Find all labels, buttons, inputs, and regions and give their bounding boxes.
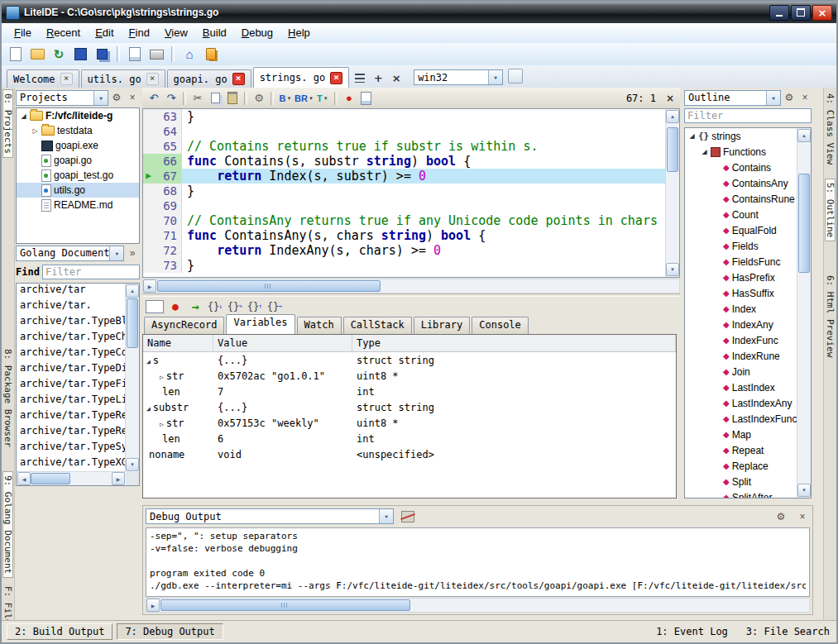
doc-list-item[interactable]: archive/tar.TypeBlock <box>17 315 126 331</box>
column-header-value[interactable]: Value <box>213 335 352 351</box>
gear-icon[interactable]: ⚙ <box>773 509 788 524</box>
build-button[interactable]: B▼ <box>277 90 294 107</box>
outline-combo[interactable]: Outline ▼ <box>684 90 781 106</box>
tab-close-icon[interactable]: × <box>60 73 73 85</box>
tree-item-lastindexany[interactable]: ◆LastIndexAny <box>685 395 797 411</box>
scroll-up-icon[interactable]: ▲ <box>797 129 811 142</box>
copy-icon[interactable] <box>207 90 223 107</box>
cut-icon[interactable]: ✂ <box>189 90 206 107</box>
tree-item-splitafter[interactable]: ◆SplitAfter <box>685 489 797 498</box>
tab-strings-go[interactable]: strings. go× <box>253 67 349 88</box>
debug-tab-callstack[interactable]: CallStack <box>343 317 412 334</box>
step-into-icon[interactable]: {}↓ <box>207 298 223 315</box>
expander-icon[interactable]: ◢ <box>688 132 696 140</box>
variable-row[interactable]: nonamevoid<unspecified> <box>143 446 676 462</box>
gear-icon[interactable]: ⚙ <box>109 90 124 105</box>
step-over-icon[interactable]: {}↷ <box>227 298 243 315</box>
undo-icon[interactable]: ↶ <box>146 90 162 107</box>
close-panel-icon[interactable]: × <box>795 509 810 524</box>
tree-item-fields[interactable]: ◆Fields <box>685 238 797 254</box>
tree-item-indexany[interactable]: ◆IndexAny <box>685 317 797 332</box>
doc-list-item[interactable]: archive/tar.TypeFifo <box>17 378 126 394</box>
tree-item-lastindex[interactable]: ◆LastIndex <box>685 379 797 395</box>
menu-item-build[interactable]: Build <box>195 23 234 43</box>
new-file-icon[interactable] <box>6 45 26 64</box>
projects-combo[interactable]: Projects ▼ <box>16 90 108 106</box>
save-icon[interactable] <box>70 45 90 64</box>
outline-vscrollbar[interactable]: ▲ ▼ <box>797 128 811 498</box>
debug-tab-asyncrecord[interactable]: AsyncRecord <box>144 317 224 334</box>
scroll-up-icon[interactable]: ▲ <box>666 110 679 123</box>
code-line-64[interactable]: 64 <box>143 124 666 139</box>
tree-item-goapi-test-go[interactable]: goapi_test.go <box>17 168 139 183</box>
tree-item-equalfold[interactable]: ◆EqualFold <box>685 222 797 238</box>
tree-item-indexrune[interactable]: ◆IndexRune <box>685 348 797 364</box>
scrollbar-thumb[interactable] <box>157 280 381 292</box>
doc-list-vscrollbar[interactable]: ▲ ▼ <box>125 284 139 472</box>
gutter-cell[interactable]: 73 <box>143 258 182 273</box>
debug-tab-library[interactable]: Library <box>414 317 471 334</box>
code-text[interactable]: } <box>182 258 666 273</box>
gear-icon[interactable]: ⚙ <box>782 90 797 105</box>
tree-item-utils-go[interactable]: utils.go <box>17 183 139 198</box>
test-button[interactable]: T▼ <box>314 90 331 107</box>
column-header-name[interactable]: Name <box>143 335 213 351</box>
tab-utils-go[interactable]: utils. go× <box>81 69 165 88</box>
tab-goapi-go[interactable]: goapi. go× <box>167 69 251 88</box>
variable-row[interactable]: len6int <box>143 431 676 446</box>
doc-list-item[interactable]: archive/tar. <box>17 299 126 315</box>
save-all-icon[interactable] <box>92 45 112 64</box>
dock-tab-9-golang-document[interactable]: 9: Golang Document <box>2 471 13 578</box>
paste-icon[interactable] <box>224 90 241 107</box>
gutter-cell[interactable]: 64 <box>143 124 182 139</box>
variable-row[interactable]: ▷str0x5702ac "go1.0.1"uint8 * <box>143 368 676 384</box>
scroll-right-icon[interactable]: ▶ <box>143 279 156 293</box>
scroll-down-icon[interactable]: ▼ <box>126 458 139 471</box>
variable-row[interactable]: ▷str0x57153c "weekly"uint8 * <box>143 415 676 431</box>
statusbar-button-1-event-log[interactable]: 1: Event Log <box>654 624 730 639</box>
dock-tab-f-file-system[interactable]: F: File System <box>2 582 13 621</box>
code-text[interactable]: // ContainsAny returns true if any Unico… <box>182 213 666 228</box>
code-line-73[interactable]: 73} <box>143 258 666 273</box>
close-panel-icon[interactable]: × <box>797 90 812 105</box>
tree-item-fieldsfunc[interactable]: ◆FieldsFunc <box>685 254 797 270</box>
gutter-cell[interactable]: 68 <box>143 184 182 198</box>
code-text[interactable]: func ContainsAny(s, chars string) bool { <box>182 228 666 243</box>
overflow-chevron-icon[interactable]: » <box>125 246 140 260</box>
code-text[interactable]: return Index(s, substr) >= 0 <box>182 169 666 184</box>
code-line-70[interactable]: 70// ContainsAny returns true if any Uni… <box>143 213 666 228</box>
tree-item-map[interactable]: ◆Map <box>685 427 797 442</box>
variable-row[interactable]: ◢s{...}struct string <box>143 352 676 368</box>
dock-tab-4-class-view[interactable]: 4: Class View <box>825 89 836 169</box>
tab-close-icon[interactable]: × <box>146 73 159 85</box>
code-line-66[interactable]: 66func Contains(s, substr string) bool { <box>143 154 666 169</box>
tree-item-f-vfc-liteide-g[interactable]: ◢F:/vfc/liteide-g <box>17 108 139 123</box>
scroll-left-icon[interactable]: ◀ <box>17 472 31 485</box>
gutter-cell[interactable]: 66 <box>143 154 182 169</box>
gutter-cell[interactable]: 70 <box>143 213 182 228</box>
run-to-line-icon[interactable]: {}→ <box>266 298 283 315</box>
variable-row[interactable]: ◢substr{...}struct string <box>143 399 676 415</box>
statusbar-button-7-debug-output[interactable]: 7: Debug Output <box>117 623 223 640</box>
dock-tab-0-projects[interactable]: 0: Projects <box>2 89 13 158</box>
close-tab-icon[interactable]: × <box>388 69 405 86</box>
clear-output-button[interactable] <box>400 509 415 524</box>
code-line-67[interactable]: ▶67 return Index(s, substr) >= 0 <box>143 169 666 184</box>
doc-list-item[interactable]: archive/tar.TypeDir <box>17 362 126 378</box>
target-options-button[interactable] <box>507 69 524 86</box>
dock-tab-5-outline[interactable]: 5: Outline <box>825 179 836 241</box>
close-panel-icon[interactable]: × <box>125 90 140 105</box>
editor-hscrollbar[interactable]: ◀ ▶ <box>142 279 680 293</box>
expander-icon[interactable]: ▷ <box>31 127 39 135</box>
code-text[interactable] <box>182 198 666 213</box>
doc-list-item[interactable]: archive/tar.TypeRegA <box>17 425 126 441</box>
editor-vscrollbar[interactable]: ▲ ▼ <box>665 109 679 277</box>
gutter-cell[interactable]: 72 <box>143 243 182 258</box>
open-folder-icon[interactable] <box>27 45 47 64</box>
target-combo[interactable]: win32 ▼ <box>414 69 503 85</box>
variable-row[interactable]: len7int <box>143 384 676 399</box>
home-icon[interactable]: ⌂ <box>180 45 199 64</box>
tree-item-indexfunc[interactable]: ◆IndexFunc <box>685 332 797 348</box>
debug-record-icon[interactable]: ● <box>341 90 357 107</box>
code-text[interactable] <box>182 124 666 139</box>
